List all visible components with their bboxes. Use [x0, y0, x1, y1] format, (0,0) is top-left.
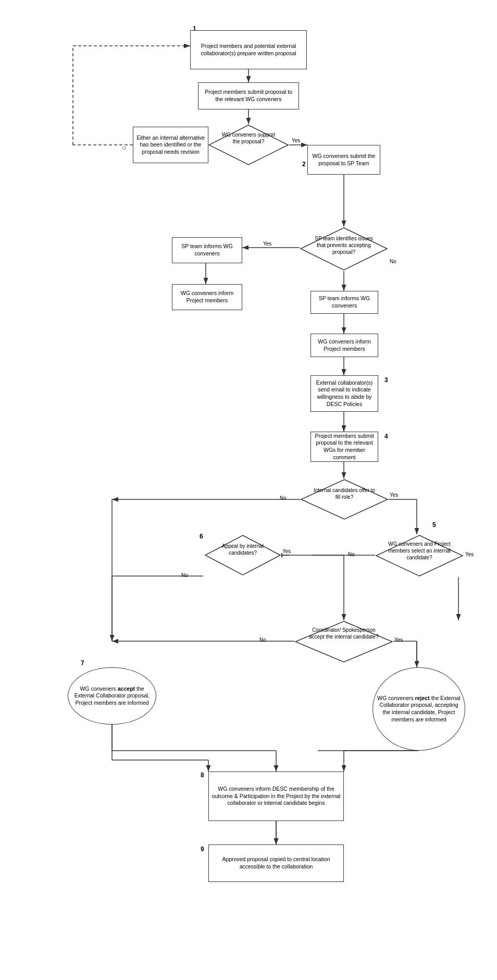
box-inform-desc: WG conveners inform DESC membership of t…	[208, 771, 344, 821]
label-yes-d5: Yes	[465, 552, 474, 557]
label-no-d6: No	[181, 572, 188, 578]
box-internal-alt: Either an internal alternative has been …	[133, 127, 208, 163]
label-no-d2: No	[390, 259, 396, 264]
step-5-num: 5	[432, 521, 436, 529]
label-no-d3: No	[280, 495, 287, 501]
step-3-num: 3	[384, 376, 388, 384]
label-no-coord: No	[259, 637, 266, 643]
label-yes-d6: Yes	[282, 548, 291, 554]
box-approved-proposal: Approved proposal copied to central loca…	[208, 844, 344, 882]
label-yes-d3: Yes	[390, 492, 398, 498]
box-submit-proposal: Project members submit proposal to the r…	[198, 82, 299, 109]
box-wg-submit: WG conveners submit the proposal to SP T…	[307, 145, 380, 175]
step-7-num: 7	[81, 659, 84, 667]
step-8-num: 8	[201, 771, 204, 779]
box-prepare-proposal: Project members and potential external c…	[190, 30, 307, 69]
label-yes-coord: Yes	[394, 637, 403, 643]
diamond-appeal: Appeal by internal candidates?	[204, 534, 281, 576]
box-sp-informs-wg: SP team informs WG conveners	[172, 237, 242, 263]
diamond-select-internal: WG conveners and Project members select …	[375, 534, 464, 577]
box-proj-submit-wg: Project members submit proposal to the r…	[310, 432, 378, 462]
diamond-wg-support: WG conveners support the proposal?	[208, 124, 289, 166]
box-wg-informs-proj: WG conveners inform Project members	[172, 284, 242, 310]
dashed-circle: ○	[122, 143, 126, 152]
label-no-d5: No	[348, 552, 355, 557]
step-4-num: 4	[384, 433, 388, 440]
oval-reject: WG conveners reject the External Collabo…	[372, 667, 465, 751]
label-yes-d1: Yes	[292, 138, 300, 143]
box-sp-informs-wg2: SP team informs WG conveners	[310, 291, 378, 314]
box-external-email: External collaborator(s) send email to i…	[310, 375, 378, 412]
diamond-coordinator: Coordinator/ Spokesperson accept the int…	[294, 620, 393, 663]
step-9-num: 9	[201, 846, 204, 853]
diamond-sp-issues: SP team identifies issues that prevents …	[300, 227, 388, 271]
diamond-internal-candidates: Internal candidates offer to fill role?	[300, 479, 389, 520]
box-wg-informs-proj2: WG conveners inform Project members	[310, 334, 378, 357]
oval-accept: WG conveners accept the External Collabo…	[68, 667, 156, 725]
step-6-num: 6	[200, 533, 203, 540]
label-yes-d2: Yes	[263, 241, 271, 247]
diagram-container: 1 Project members and potential external…	[0, 0, 497, 980]
step-2-num: 2	[302, 161, 306, 168]
